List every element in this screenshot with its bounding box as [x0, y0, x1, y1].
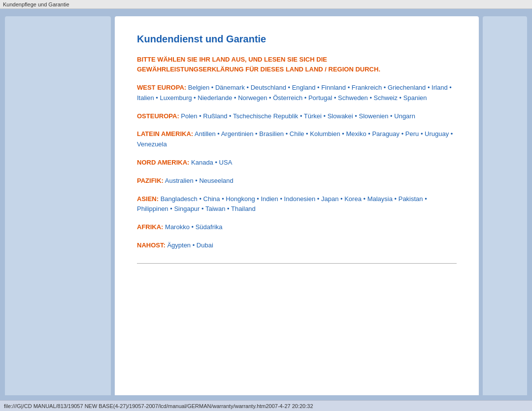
region-block-1: OSTEUROPA: Polen • Rußland • Tschechisch… — [137, 111, 457, 122]
intro-line1: BITTE WÄHLEN SIE IHR LAND AUS, UND LESEN… — [137, 56, 327, 63]
region-block-2: LATEIN AMERIKA: Antillen • Argentinien •… — [137, 129, 457, 150]
browser-title-text: Kundenpflege und Garantie — [3, 1, 69, 7]
region-label-6: AFRIKA: — [137, 223, 163, 231]
status-bar: file:///G|/CD MANUAL/813/19057 NEW BASE(… — [0, 400, 532, 411]
main-layout: Kundendienst und Garantie BITTE WÄHLEN S… — [0, 9, 532, 400]
region-content-3: Kanada • USA — [189, 159, 232, 166]
region-content-6: Marokko • Südafrika — [163, 223, 222, 231]
intro-text: BITTE WÄHLEN SIE IHR LAND AUS, UND LESEN… — [137, 55, 457, 74]
region-content-1: Polen • Rußland • Tschechische Republik … — [179, 112, 415, 120]
region-block-3: NORD AMERIKA: Kanada • USA — [137, 158, 457, 168]
status-bar-text: file:///G|/CD MANUAL/813/19057 NEW BASE(… — [4, 403, 313, 409]
region-label-1: OSTEUROPA: — [137, 112, 179, 120]
sidebar-left — [5, 16, 111, 395]
region-block-7: NAHOST: Ägypten • Dubai — [137, 240, 457, 251]
regions-container: WEST EUROPA: Belgien • Dänemark • Deutsc… — [137, 83, 457, 251]
region-content-7: Ägypten • Dubai — [166, 241, 213, 249]
region-content-4: Australien • Neuseeland — [164, 177, 233, 184]
region-label-3: NORD AMERIKA: — [137, 159, 189, 166]
divider — [137, 263, 457, 264]
region-label-7: NAHOST: — [137, 241, 166, 249]
browser-title-bar: Kundenpflege und Garantie — [0, 0, 532, 9]
region-label-2: LATEIN AMERIKA: — [137, 130, 193, 137]
region-label-0: WEST EUROPA: — [137, 84, 186, 91]
content-area: Kundendienst und Garantie BITTE WÄHLEN S… — [115, 16, 479, 395]
page-title: Kundendienst und Garantie — [137, 34, 457, 45]
sidebar-right — [483, 16, 527, 395]
region-block-6: AFRIKA: Marokko • Südafrika — [137, 222, 457, 233]
region-label-5: ASIEN: — [137, 195, 159, 203]
region-block-5: ASIEN: Bangladesch • China • Hongkong • … — [137, 194, 457, 215]
region-block-4: PAZIFIK: Australien • Neuseeland — [137, 176, 457, 186]
region-content-5: Bangladesch • China • Hongkong • Indien … — [137, 195, 427, 213]
region-block-0: WEST EUROPA: Belgien • Dänemark • Deutsc… — [137, 83, 457, 103]
region-label-4: PAZIFIK: — [137, 177, 164, 184]
intro-line2: GEWÄHRLEISTUNGSERKLÄRUNG FÜR DIESES LAND… — [137, 66, 380, 73]
